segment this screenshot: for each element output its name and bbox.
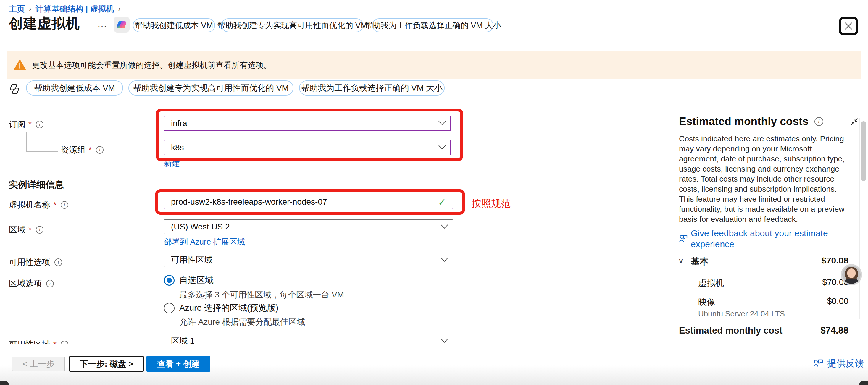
copilot-suggestion-low-cost-vm[interactable]: 帮助我创建低成本 VM xyxy=(133,18,215,32)
deploy-extended-zone-link[interactable]: 部署到 Azure 扩展区域 xyxy=(164,236,245,247)
avatar-image xyxy=(842,265,861,284)
resource-group-label: 资源组 * i xyxy=(61,144,103,156)
cost-panel-title-row: Estimated monthly costs i xyxy=(679,115,823,128)
region-value: (US) West US 2 xyxy=(171,222,230,231)
warning-text: 更改基本选项可能会重置所做的选择。创建虚拟机前查看所有选项。 xyxy=(32,60,272,70)
cost-row-image-label: 映像 xyxy=(698,296,715,308)
tree-connector-horizontal xyxy=(26,151,58,152)
breadcrumb-home-link[interactable]: 主页 xyxy=(9,4,25,14)
copilot-suggestion-high-availability-vm[interactable]: 帮助我创建专为实现高可用性而优化的 VM xyxy=(221,18,363,32)
copilot-suggestion-right-vm-size[interactable]: 帮助我为工作负载选择正确的 VM 大小 xyxy=(372,18,493,32)
feedback-person-icon xyxy=(813,358,824,368)
required-mark: * xyxy=(28,225,32,234)
cost-total-value: $74.88 xyxy=(760,325,848,336)
zone-option-azure-select[interactable]: Azure 选择的区域(预览版) xyxy=(164,302,278,314)
cost-row-vm-value: $70.08 xyxy=(760,277,848,287)
zone-options-info-icon[interactable]: i xyxy=(46,280,54,287)
availability-options-value: 可用性区域 xyxy=(171,254,212,265)
vm-name-label: 虚拟机名称 * i xyxy=(9,199,68,211)
footer-bar: < 上一步 下一步: 磁盘 > 查看 + 创建 提供反馈 xyxy=(0,344,868,385)
bottom-right-corner-artifact xyxy=(859,381,868,385)
vm-name-info-icon[interactable]: i xyxy=(61,201,68,209)
cost-row-basic-value: $70.08 xyxy=(760,255,848,265)
resource-group-info-icon[interactable]: i xyxy=(96,146,103,154)
assistant-avatar[interactable] xyxy=(841,264,862,285)
zone-option-self-select[interactable]: 自选区域 xyxy=(164,275,214,286)
copilot-button[interactable] xyxy=(114,17,130,33)
instance-details-section-title: 实例详细信息 xyxy=(9,179,64,191)
create-vm-page: 主页 › 计算基础结构 | 虚拟机 › 创建虚拟机 … 帮助我创建低成本 xyxy=(0,0,868,385)
close-icon xyxy=(844,22,853,30)
page-title: 创建虚拟机 xyxy=(9,14,80,33)
chevron-down-icon xyxy=(441,335,448,343)
chevron-down-icon xyxy=(441,221,448,228)
subscription-label: 订阅 * i xyxy=(9,119,43,130)
radio-selected-icon[interactable] xyxy=(164,275,175,286)
region-select[interactable]: (US) West US 2 xyxy=(164,219,453,234)
expand-basic-chevron-icon[interactable]: ∨ xyxy=(678,256,684,265)
zone-option-self-select-desc: 最多选择 3 个可用性区域，每个区域一台 VM xyxy=(179,289,344,300)
breadcrumb: 主页 › 计算基础结构 | 虚拟机 › xyxy=(9,4,121,14)
estimate-feedback-link[interactable]: Give feedback about your estimate experi… xyxy=(691,228,847,250)
region-info-icon[interactable]: i xyxy=(36,226,43,234)
collapse-panel-icon[interactable] xyxy=(850,117,859,127)
breadcrumb-separator: › xyxy=(29,5,31,13)
previous-step-button[interactable]: < 上一步 xyxy=(12,357,65,371)
copilot-outline-icon xyxy=(8,83,21,95)
availability-options-label: 可用性选项 i xyxy=(9,257,62,268)
cost-panel-info-icon[interactable]: i xyxy=(814,117,823,126)
required-mark: * xyxy=(28,120,32,129)
warning-banner: 更改基本选项可能会重置所做的选择。创建虚拟机前查看所有选项。 xyxy=(6,51,862,79)
annotation-text: 按照规范 xyxy=(472,197,510,210)
copilot-suggestion-low-cost-vm-2[interactable]: 帮助我创建低成本 VM xyxy=(26,81,123,96)
radio-unselected-icon[interactable] xyxy=(164,303,175,314)
breadcrumb-separator: › xyxy=(118,5,121,13)
subscription-info-icon[interactable]: i xyxy=(36,121,43,128)
zone-option-azure-select-desc: 允许 Azure 根据需要分配最佳区域 xyxy=(179,316,305,328)
cost-row-basic-label: 基本 xyxy=(691,255,709,267)
give-feedback-link[interactable]: 提供反馈 xyxy=(813,357,864,370)
cost-panel-title: Estimated monthly costs xyxy=(679,115,809,128)
more-options-button[interactable]: … xyxy=(97,18,108,29)
zone-options-label: 区域选项 i xyxy=(9,278,54,289)
availability-options-select[interactable]: 可用性区域 xyxy=(164,253,453,267)
cost-disclaimer-text: Costs indicated here are estimates only.… xyxy=(679,134,850,224)
close-button[interactable] xyxy=(839,17,858,35)
feedback-bubbles-icon xyxy=(678,234,688,244)
review-create-button[interactable]: 查看 + 创建 xyxy=(147,356,210,372)
availability-options-info-icon[interactable]: i xyxy=(55,258,62,266)
cost-total-divider xyxy=(669,319,868,319)
cost-row-image-value: $0.00 xyxy=(760,296,848,306)
breadcrumb-compute-link[interactable]: 计算基础结构 | 虚拟机 xyxy=(35,4,114,14)
cost-row-image-sub: Ubuntu Server 24.04 LTS xyxy=(698,309,785,318)
tree-connector-vertical xyxy=(26,132,27,151)
annotation-rect-subscription xyxy=(156,108,463,161)
give-feedback-label: 提供反馈 xyxy=(827,357,864,370)
copilot-suggestion-right-vm-size-2[interactable]: 帮助我为工作负载选择正确的 VM 大小 xyxy=(299,81,445,96)
next-step-disks-button[interactable]: 下一步: 磁盘 > xyxy=(69,356,144,372)
chevron-down-icon xyxy=(441,254,448,261)
annotation-rect-vm-name xyxy=(155,189,465,215)
scrollbar-track[interactable] xyxy=(860,118,860,319)
copilot-suggestion-high-availability-vm-2[interactable]: 帮助我创建专为实现高可用性而优化的 VM xyxy=(128,81,293,96)
required-mark: * xyxy=(53,200,57,210)
scrollbar-thumb[interactable] xyxy=(861,121,866,181)
cost-row-vm-label: 虚拟机 xyxy=(698,277,724,289)
region-label: 区域 * i xyxy=(9,224,43,235)
copilot-icon xyxy=(116,19,127,30)
required-mark: * xyxy=(89,145,92,155)
warning-icon xyxy=(13,59,26,71)
